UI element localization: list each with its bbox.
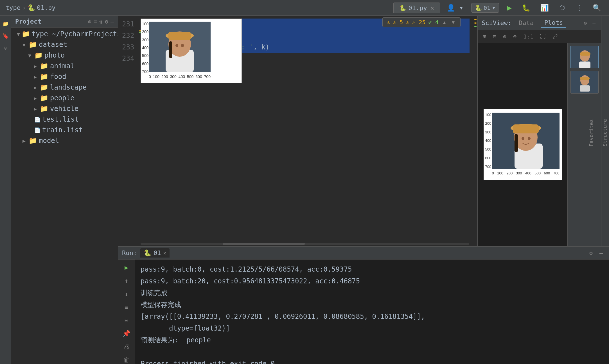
tree-dataset-arrow: ▼ <box>22 42 27 48</box>
project-panel-header: Project ⊕ ≡ ⇅ ⚙ — <box>11 16 118 28</box>
tree-testlist-icon: 📄 <box>34 117 40 122</box>
menu-button[interactable]: ⋮ <box>574 3 585 13</box>
user-icon[interactable]: 👤 ▾ <box>445 3 466 13</box>
tree-testlist[interactable]: 📄 test.list <box>11 114 118 125</box>
panel-add-icon[interactable]: ⊕ <box>88 18 91 25</box>
run-button[interactable]: ▶ <box>505 2 514 13</box>
sciview-zoom-out-icon[interactable]: ⊖ <box>511 32 519 41</box>
panel-expand-icon[interactable]: ⇅ <box>99 18 103 25</box>
tree-vehicle[interactable]: ▶ 📁 vehicle <box>11 103 118 114</box>
console-trash-btn[interactable]: 🗑 <box>121 355 132 364</box>
breadcrumb-file[interactable]: 01.py <box>37 4 55 11</box>
run-tab[interactable]: 🐍 01 ✕ <box>140 248 170 258</box>
warn-icon-1: ⚠ <box>387 19 390 26</box>
run-config-dropdown-icon: ▾ <box>492 4 495 11</box>
tree-animal[interactable]: ▶ 📁 animal <box>11 61 118 71</box>
search-button[interactable]: 🔍 <box>590 3 603 13</box>
tree-animal-icon: 📁 <box>40 62 48 70</box>
sciview-title: SciView: <box>482 19 511 26</box>
favorites-label[interactable]: Favorites <box>587 117 595 149</box>
tree-trainlist-icon: 📄 <box>34 127 40 133</box>
warn-count-2: ⚠ 25 <box>412 19 425 26</box>
tree-people-label: people <box>50 94 75 102</box>
warn-nav-down[interactable]: ▼ <box>450 19 456 26</box>
bottom-minimize-icon[interactable]: — <box>597 249 605 258</box>
console-layout-btn[interactable]: ⊟ <box>122 315 130 326</box>
run-config[interactable]: 🐍 01 ▾ <box>471 3 499 13</box>
debug-button[interactable]: 🐛 <box>520 3 533 13</box>
sciview-tab-data[interactable]: Data <box>515 18 537 28</box>
sciview-header-icons: ⚙ — <box>582 19 597 27</box>
panel-minimize-icon[interactable]: — <box>110 18 114 25</box>
console-scroll-down-btn[interactable]: ↓ <box>122 289 130 299</box>
breadcrumb-sep: › <box>22 4 26 11</box>
svg-rect-12 <box>513 124 539 133</box>
clock-button[interactable]: ⏱ <box>557 3 568 13</box>
tree-model[interactable]: ▶ 📁 model <box>11 135 118 146</box>
sciview-minimize-icon[interactable]: — <box>591 19 597 27</box>
sidebar-icon-project[interactable]: 📁 <box>1 19 11 29</box>
gutter-right-warn2 <box>474 22 477 24</box>
console-wrap-btn[interactable]: ≡ <box>122 302 130 312</box>
tree-trainlist-label: train.list <box>42 126 83 134</box>
console-scroll-up-btn[interactable]: ↑ <box>122 276 130 286</box>
sciview-fit-window-icon[interactable]: ⛶ <box>538 32 548 41</box>
run-config-label: 01 <box>484 4 490 11</box>
project-panel: Project ⊕ ≡ ⇅ ⚙ — ▼ 📁 type ~/PycharmProj… <box>11 16 118 364</box>
bottom-content: ▶ ↑ ↓ ≡ ⊟ 📌 🖨 🗑 ⭐ pass:9, batch:0, cost:… <box>118 260 609 364</box>
structure-label[interactable]: Structure <box>601 117 609 149</box>
sidebar-icon-git[interactable]: ⑂ <box>1 43 11 53</box>
console-pin-btn[interactable]: 📌 <box>120 328 132 339</box>
bottom-header-icons: ⚙ — <box>587 249 605 258</box>
console-line-7: 预测结果为: people <box>141 334 603 346</box>
file-tab-close[interactable]: ✕ <box>430 4 434 12</box>
warn-nav-up[interactable]: ▲ <box>441 19 448 26</box>
sidebar-icon-bookmark[interactable]: 🔖 <box>1 31 11 41</box>
panel-settings-icon[interactable]: ⚙ <box>105 18 108 25</box>
file-tab-01py[interactable]: 🐍 01.py ✕ <box>393 3 440 13</box>
thumb-1[interactable]: › <box>570 46 599 68</box>
sciview-grid-icon[interactable]: ⊞ <box>481 32 488 41</box>
bottom-panel-header: Run: 🐍 01 ✕ ⚙ — <box>118 247 609 260</box>
breadcrumb-type[interactable]: type <box>6 4 21 11</box>
sciview-zoom-in-icon[interactable]: ⊕ <box>501 32 509 41</box>
sciview-x-700: 700 <box>553 171 560 175</box>
console-line-8 <box>141 346 603 358</box>
toolbar-right: 👤 ▾ 🐍 01 ▾ ▶ 🐛 📊 ⏱ ⋮ 🔍 <box>445 2 603 13</box>
thumb-2[interactable] <box>570 71 599 94</box>
sciview-x-100: 100 <box>497 171 503 175</box>
tree-food[interactable]: ▶ 📁 food <box>11 71 118 82</box>
sciview-table-icon[interactable]: ⊟ <box>491 32 499 41</box>
sciview-settings-icon[interactable]: ⚙ <box>582 19 588 27</box>
bottom-settings-icon[interactable]: ⚙ <box>587 249 595 258</box>
tree-people[interactable]: ▶ 📁 people <box>11 93 118 103</box>
run-label: Run: <box>122 249 137 256</box>
editor-main: 231 232 233 234 for k, v in name <box>118 16 477 246</box>
structure-sidebar: Structure Favorites <box>601 16 609 246</box>
tree-animal-label: animal <box>50 62 75 70</box>
svg-rect-23 <box>580 77 590 80</box>
tree-root-arrow: ▼ <box>17 31 20 37</box>
sciview-x-600: 600 <box>544 171 550 175</box>
tree-root[interactable]: ▼ 📁 type ~/PycharmProjects/type <box>11 29 118 39</box>
tree-trainlist[interactable]: 📄 train.list <box>11 125 118 135</box>
svg-rect-5 <box>169 41 172 58</box>
tree-photo[interactable]: ▼ 📁 photo <box>11 50 118 61</box>
bottom-left-icons: ▶ ↑ ↓ ≡ ⊟ 📌 🖨 🗑 ⭐ <box>118 260 135 364</box>
sciview-tab-plots[interactable]: Plots <box>541 18 566 28</box>
run-tab-close[interactable]: ✕ <box>163 250 166 256</box>
console-output[interactable]: pass:9, batch:0, cost:1.2125/5/66/08574,… <box>135 260 609 364</box>
y-700: 700 <box>142 69 148 74</box>
sciview-eyedropper-icon[interactable]: 🖊 <box>550 32 560 41</box>
tree-dataset[interactable]: ▼ 📁 dataset <box>11 39 118 50</box>
editor-hscrollbar[interactable] <box>141 243 469 245</box>
sciview-fit-icon[interactable]: 1:1 <box>521 32 536 41</box>
console-line-3: 训练完成 <box>141 287 603 299</box>
panel-collapse-icon[interactable]: ≡ <box>94 18 97 25</box>
tree-landscape[interactable]: ▶ 📁 landscape <box>11 82 118 93</box>
profile-button[interactable]: 📊 <box>538 3 551 13</box>
tree-model-icon: 📁 <box>29 137 37 145</box>
console-print-btn[interactable]: 🖨 <box>121 342 132 352</box>
toolbar-left: type › 🐍 01.py 🐍 01.py ✕ <box>6 3 440 13</box>
console-run-btn[interactable]: ▶ <box>122 262 130 273</box>
